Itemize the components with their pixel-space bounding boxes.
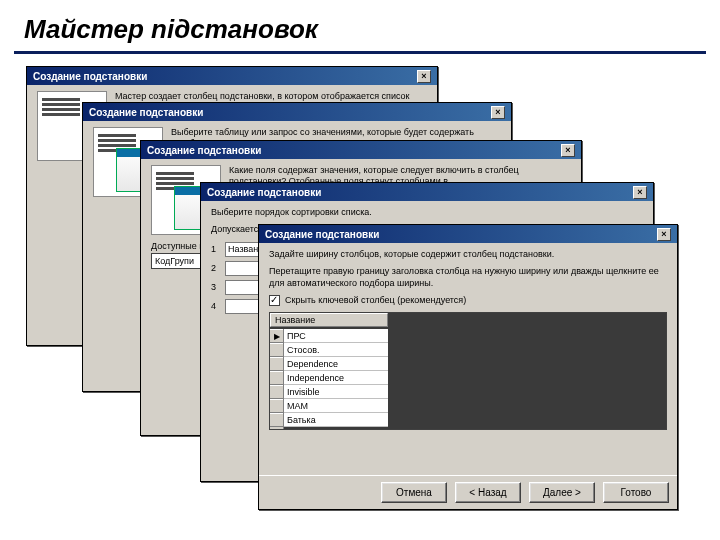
wizard-dialog-5: Создание подстановки × Задайте ширину ст… xyxy=(258,224,678,510)
back-button[interactable]: < Назад xyxy=(455,482,521,503)
grid-cell[interactable]: Invisible xyxy=(284,385,388,399)
row-number: 1 xyxy=(211,244,219,254)
grid-cell[interactable]: Dependence xyxy=(284,357,388,371)
close-icon[interactable]: × xyxy=(491,106,505,119)
titlebar: Создание подстановки × xyxy=(83,103,511,121)
close-icon[interactable]: × xyxy=(633,186,647,199)
dialog-title: Создание подстановки xyxy=(265,229,379,240)
grid-cells: ПРС Стосов. Dependence Independence Invi… xyxy=(284,329,388,427)
row-number: 3 xyxy=(211,282,219,292)
dialog-title: Создание подстановки xyxy=(33,71,147,82)
grid-row-selector: ▶ xyxy=(270,329,284,429)
titlebar: Создание подстановки × xyxy=(27,67,437,85)
grid-cell[interactable]: ПРС xyxy=(284,329,388,343)
dialog-title: Создание подстановки xyxy=(89,107,203,118)
slide-title: Майстер підстановок xyxy=(0,0,720,51)
dialog-title: Создание подстановки xyxy=(147,145,261,156)
checkbox-icon xyxy=(269,295,280,306)
titlebar: Создание подстановки × xyxy=(141,141,581,159)
column-width-grid[interactable]: Название ▶ ПРС Стосов. Dependence Indepe… xyxy=(269,312,667,430)
button-row: Отмена < Назад Далее > Готово xyxy=(259,475,677,509)
close-icon[interactable]: × xyxy=(561,144,575,157)
dialog-title: Создание подстановки xyxy=(207,187,321,198)
dialog-text-1: Задайте ширину столбцов, которые содержи… xyxy=(269,249,667,260)
hide-key-column-checkbox[interactable]: Скрыть ключевой столбец (рекомендуется) xyxy=(269,295,667,306)
dialog-text-2: Перетащите правую границу заголовка стол… xyxy=(269,266,667,289)
close-icon[interactable]: × xyxy=(417,70,431,83)
row-number: 2 xyxy=(211,263,219,273)
titlebar: Создание подстановки × xyxy=(201,183,653,201)
dialog-text-1: Выберите порядок сортировки списка. xyxy=(211,207,643,218)
checkbox-label: Скрыть ключевой столбец (рекомендуется) xyxy=(285,295,466,305)
cancel-button[interactable]: Отмена xyxy=(381,482,447,503)
next-button[interactable]: Далее > xyxy=(529,482,595,503)
title-rule xyxy=(14,51,706,54)
finish-button[interactable]: Готово xyxy=(603,482,669,503)
close-icon[interactable]: × xyxy=(657,228,671,241)
titlebar: Создание подстановки × xyxy=(259,225,677,243)
row-number: 4 xyxy=(211,301,219,311)
grid-cell[interactable]: Батька xyxy=(284,413,388,427)
grid-column-header[interactable]: Название xyxy=(270,313,388,327)
grid-cell[interactable]: Independence xyxy=(284,371,388,385)
grid-cell[interactable]: Стосов. xyxy=(284,343,388,357)
grid-cell[interactable]: МАМ xyxy=(284,399,388,413)
